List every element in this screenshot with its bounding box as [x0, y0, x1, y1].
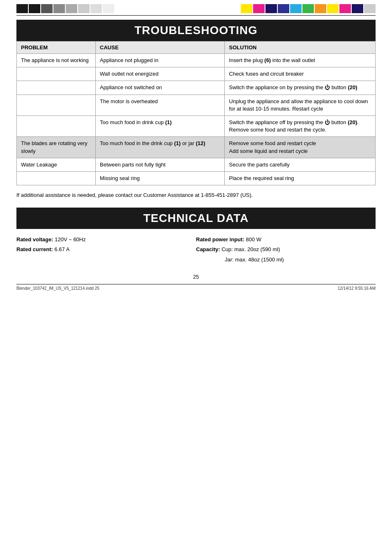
tech-label: Capacity: [196, 246, 220, 252]
solution-cell: Place the required seal ring [225, 171, 376, 185]
troubleshooting-heading: TROUBLESHOOTING [16, 20, 376, 41]
table-row: Missing seal ringPlace the required seal… [17, 171, 376, 185]
color-bar [352, 4, 363, 13]
cause-cell: Between parts not fully tight [96, 158, 225, 171]
tech-row: Rated current: 6.67 A [16, 245, 196, 254]
table-row: Appliance not switched onSwitch the appl… [17, 81, 376, 95]
color-bar [302, 4, 314, 13]
cause-cell: Missing seal ring [96, 171, 225, 185]
color-bar [16, 4, 28, 13]
color-bar [78, 4, 90, 13]
solution-cell: Check fuses and circuit breaker [225, 67, 376, 81]
color-bar [327, 4, 339, 13]
tech-value: Jar: max. 48oz (1500 ml) [225, 256, 284, 263]
problem-cell [17, 171, 96, 185]
table-row: Water LeakageBetween parts not fully tig… [17, 158, 376, 171]
solution-cell: Switch the appliance on by pressing the … [225, 81, 376, 95]
tech-label: Rated voltage: [16, 236, 53, 243]
col-header-problem: PROBLEM [17, 42, 96, 54]
cause-cell: Appliance not plugged in [96, 54, 225, 67]
tech-col-right: Rated power input: 800 WCapacity: Cup: m… [196, 236, 376, 266]
color-bar [53, 4, 65, 13]
page: TROUBLESHOOTING PROBLEM CAUSE SOLUTION T… [0, 0, 392, 536]
problem-cell [17, 95, 96, 116]
bottom-right-text: 12/14/12 9:55:16 AM [338, 286, 376, 291]
color-bar [41, 4, 53, 13]
solution-cell: Unplug the appliance and allow the appli… [225, 95, 376, 116]
tech-value: 6.67 A [54, 246, 69, 252]
right-color-bars [241, 4, 376, 13]
footer-note: If additional assistance is needed, plea… [16, 191, 376, 199]
color-bar [278, 4, 289, 13]
cause-cell: The motor is overheated [96, 95, 225, 116]
cause-cell: Appliance not switched on [96, 81, 225, 95]
color-bar [364, 4, 376, 13]
tech-row: Jar: max. 48oz (1500 ml) [196, 256, 376, 264]
solution-cell: Secure the parts carefully [225, 158, 376, 171]
tech-label: Rated current: [16, 246, 53, 252]
color-bar [253, 4, 265, 13]
color-bar [241, 4, 252, 13]
bottom-left-text: Blender_103742_IM_US_V5_121214.indd 25 [16, 286, 99, 291]
tech-label: Rated power input: [196, 236, 244, 243]
table-row: Too much food in drink cup (1)Switch the… [17, 116, 376, 136]
cause-cell: Too much food in the drink cup (1) or ja… [96, 137, 225, 158]
table-row: The motor is overheatedUnplug the applia… [17, 95, 376, 116]
tech-row: Rated voltage: 120V ~ 60Hz [16, 236, 196, 244]
footer-note-text: If additional assistance is needed, plea… [16, 192, 253, 198]
problem-cell [17, 116, 96, 136]
color-bar [103, 4, 114, 13]
cause-cell: Too much food in drink cup (1) [96, 116, 225, 136]
power-icon: ⏻ [325, 119, 330, 125]
table-header-row: PROBLEM CAUSE SOLUTION [17, 42, 376, 54]
solution-cell: Remove some food and restart cycleAdd so… [225, 137, 376, 158]
power-icon: ⏻ [325, 84, 330, 90]
left-color-bars [16, 4, 114, 13]
color-bar [339, 4, 351, 13]
tech-value: 120V ~ 60Hz [55, 236, 86, 243]
table-row: Wall outlet not energizedCheck fuses and… [17, 67, 376, 81]
color-bars-container [16, 0, 376, 15]
page-number: 25 [16, 274, 376, 280]
color-bar [90, 4, 102, 13]
table-row: The appliance is not workingAppliance no… [17, 54, 376, 67]
problem-cell [17, 81, 96, 95]
problem-cell: Water Leakage [17, 158, 96, 171]
color-bar [29, 4, 40, 13]
color-bar [66, 4, 77, 13]
bottom-info: Blender_103742_IM_US_V5_121214.indd 25 1… [16, 284, 376, 292]
color-bar [290, 4, 302, 13]
color-bar [315, 4, 326, 13]
technical-data-section: Rated voltage: 120V ~ 60HzRated current:… [16, 236, 376, 266]
cause-cell: Wall outlet not energized [96, 67, 225, 81]
top-divider [16, 15, 376, 16]
tech-col-left: Rated voltage: 120V ~ 60HzRated current:… [16, 236, 196, 266]
solution-cell: Switch the appliance off by pressing the… [225, 116, 376, 136]
tech-value: Cup: max. 20oz (590 ml) [221, 246, 280, 252]
table-row: The blades are rotating very slowlyToo m… [17, 137, 376, 158]
troubleshooting-table: PROBLEM CAUSE SOLUTION The appliance is … [16, 41, 376, 185]
col-header-cause: CAUSE [96, 42, 225, 54]
tech-value: 800 W [246, 236, 261, 243]
technical-data-heading: TECHNICAL DATA [16, 208, 376, 229]
tech-row: Capacity: Cup: max. 20oz (590 ml) [196, 245, 376, 254]
col-header-solution: SOLUTION [225, 42, 376, 54]
color-bar [265, 4, 277, 13]
solution-cell: Insert the plug (6) into the wall outlet [225, 54, 376, 67]
problem-cell: The appliance is not working [17, 54, 96, 67]
problem-cell [17, 67, 96, 81]
tech-row: Rated power input: 800 W [196, 236, 376, 244]
problem-cell: The blades are rotating very slowly [17, 137, 96, 158]
